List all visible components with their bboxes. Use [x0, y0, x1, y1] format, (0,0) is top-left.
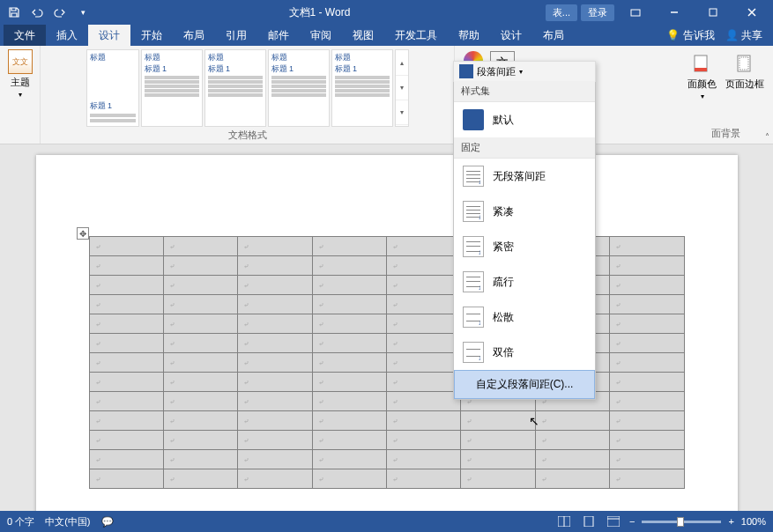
table-cell[interactable] — [387, 450, 461, 469]
page-borders-button[interactable]: 页面边框 — [722, 49, 768, 102]
table-cell[interactable] — [238, 431, 312, 450]
table-cell[interactable] — [163, 314, 237, 334]
spacing-double[interactable]: ↓双倍 — [454, 335, 595, 370]
table-cell[interactable] — [387, 411, 461, 431]
table-cell[interactable] — [163, 431, 237, 450]
table-cell[interactable] — [312, 373, 386, 392]
table-cell[interactable] — [89, 411, 163, 431]
tab-file[interactable]: 文件 — [4, 25, 46, 46]
tab-review[interactable]: 审阅 — [300, 25, 342, 46]
tab-references[interactable]: 引用 — [215, 25, 257, 46]
tab-table-layout[interactable]: 布局 — [532, 25, 575, 46]
accessibility-icon[interactable]: 💬 — [101, 516, 114, 528]
spacing-tight[interactable]: ↓紧密 — [454, 229, 595, 264]
table-cell[interactable] — [312, 392, 386, 411]
close-button[interactable] — [734, 2, 769, 23]
tab-devtools[interactable]: 开发工具 — [384, 25, 448, 46]
table-cell[interactable] — [89, 373, 163, 392]
table-cell[interactable] — [610, 314, 684, 334]
table-cell[interactable] — [163, 237, 237, 256]
page-color-button[interactable]: 面颜色▾ — [684, 49, 720, 102]
table-cell[interactable] — [238, 450, 312, 469]
table-cell[interactable] — [610, 373, 684, 392]
table-cell[interactable] — [163, 295, 237, 314]
table-cell[interactable] — [238, 276, 312, 295]
style-item-1[interactable]: 标题 标题 1 — [86, 49, 139, 127]
table-cell[interactable] — [387, 431, 461, 450]
table-cell[interactable] — [312, 450, 386, 469]
zoom-out-button[interactable]: − — [629, 516, 635, 527]
table-cell[interactable] — [89, 353, 163, 373]
table-cell[interactable] — [89, 392, 163, 411]
spacing-relaxed[interactable]: ↓松散 — [454, 299, 595, 335]
table-cell[interactable] — [387, 276, 461, 295]
spacing-compact[interactable]: ↓紧凑 — [454, 194, 595, 229]
table-cell[interactable] — [610, 295, 684, 314]
table-cell[interactable] — [312, 276, 386, 295]
login-button[interactable]: 登录 — [581, 4, 614, 21]
web-layout-button[interactable] — [605, 514, 622, 529]
table-cell[interactable] — [163, 276, 237, 295]
table-cell[interactable] — [312, 334, 386, 353]
share-button[interactable]: 👤 共享 — [725, 28, 762, 43]
table-cell[interactable] — [610, 469, 684, 489]
tab-help[interactable]: 帮助 — [448, 25, 490, 46]
table-cell[interactable] — [610, 431, 684, 450]
tab-insert[interactable]: 插入 — [46, 25, 88, 46]
zoom-level[interactable]: 100% — [741, 516, 766, 527]
read-mode-button[interactable] — [555, 514, 573, 529]
table-cell[interactable] — [312, 469, 386, 489]
context-table-tab[interactable]: 表... — [546, 4, 577, 21]
maximize-button[interactable] — [695, 2, 731, 23]
table-cell[interactable] — [387, 469, 461, 489]
table-cell[interactable] — [312, 431, 386, 450]
print-layout-button[interactable] — [580, 514, 598, 529]
undo-button[interactable] — [26, 2, 48, 23]
table-cell[interactable] — [387, 295, 461, 314]
table-cell[interactable] — [387, 256, 461, 276]
qat-customize[interactable]: ▾ — [72, 2, 93, 23]
style-item-4[interactable]: 标题标题 1 — [268, 49, 330, 127]
table-cell[interactable] — [238, 392, 312, 411]
ribbon-display-button[interactable] — [618, 2, 653, 23]
table-cell[interactable] — [163, 334, 237, 353]
table-cell[interactable] — [89, 469, 163, 489]
table-cell[interactable] — [312, 256, 386, 276]
table-cell[interactable] — [610, 256, 684, 276]
table-cell[interactable] — [163, 411, 237, 431]
style-item-2[interactable]: 标题标题 1 — [141, 49, 203, 127]
table-cell[interactable] — [163, 373, 237, 392]
style-item-5[interactable]: 标题标题 1 — [331, 49, 393, 127]
table-cell[interactable] — [89, 237, 163, 256]
style-item-3[interactable]: 标题标题 1 — [204, 49, 266, 127]
table-cell[interactable] — [312, 411, 386, 431]
spacing-none[interactable]: ↓无段落间距 — [454, 159, 595, 194]
table-cell[interactable] — [238, 314, 312, 334]
table-cell[interactable] — [535, 469, 609, 489]
table-cell[interactable] — [89, 334, 163, 353]
table-cell[interactable] — [238, 373, 312, 392]
table-cell[interactable] — [610, 353, 684, 373]
table-cell[interactable] — [610, 334, 684, 353]
table-cell[interactable] — [461, 469, 535, 489]
table-cell[interactable] — [312, 295, 386, 314]
redo-button[interactable] — [49, 2, 71, 23]
table-cell[interactable] — [535, 450, 609, 469]
table-cell[interactable] — [461, 411, 535, 431]
table-cell[interactable] — [163, 353, 237, 373]
spacing-custom[interactable]: 自定义段落间距(C)... — [454, 370, 595, 399]
themes-button[interactable]: 文文 主题 ▾ — [8, 49, 33, 99]
table-cell[interactable] — [461, 431, 535, 450]
table-cell[interactable] — [238, 334, 312, 353]
tab-mailings[interactable]: 邮件 — [257, 25, 300, 46]
table-cell[interactable] — [163, 469, 237, 489]
table-cell[interactable] — [163, 256, 237, 276]
language-status[interactable]: 中文(中国) — [45, 515, 90, 528]
spacing-open[interactable]: ↓疏行 — [454, 264, 595, 299]
table-cell[interactable] — [610, 392, 684, 411]
tab-layout[interactable]: 布局 — [173, 25, 215, 46]
table-cell[interactable] — [387, 373, 461, 392]
table-cell[interactable] — [163, 392, 237, 411]
table-cell[interactable] — [387, 237, 461, 256]
save-button[interactable] — [4, 2, 25, 23]
